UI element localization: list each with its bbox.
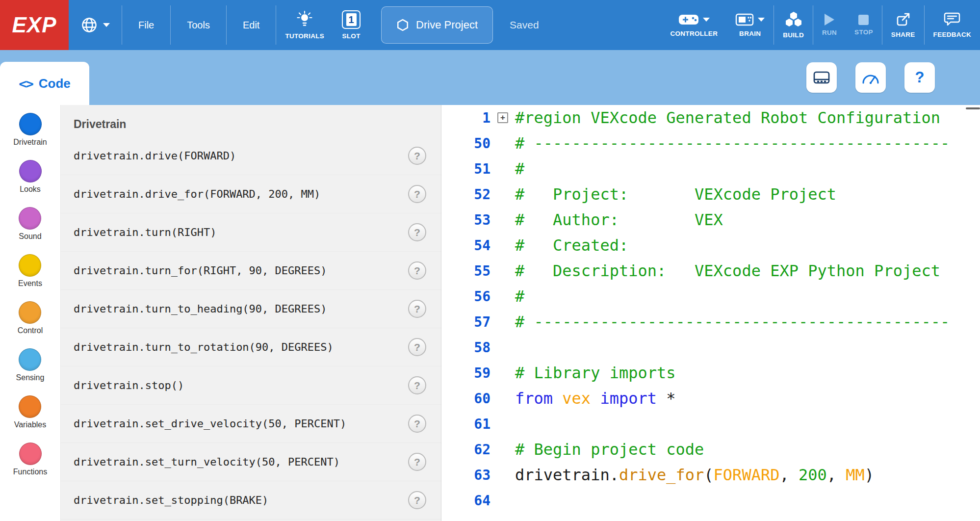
dashboard-button[interactable] <box>855 62 886 93</box>
feedback-icon <box>944 12 960 27</box>
line-number: 55 <box>441 263 490 279</box>
category-label: Sound <box>19 232 41 241</box>
brain-button[interactable]: BRAIN <box>726 0 774 50</box>
code-text: # --------------------------------------… <box>515 134 950 153</box>
slot-button[interactable]: 1 SLOT <box>333 0 369 50</box>
code-line: 56# <box>441 284 980 309</box>
command-text: drivetrain.drive(FORWARD) <box>74 150 408 162</box>
slot-icon: 1 <box>342 10 361 29</box>
device-icon <box>813 70 830 85</box>
command-text: drivetrain.drive_for(FORWARD, 200, MM) <box>74 188 408 200</box>
category-label: Variables <box>14 420 47 429</box>
sound-category-icon <box>19 207 41 230</box>
command-item[interactable]: drivetrain.set_stopping(BRAKE)? <box>61 481 441 520</box>
code-line: 54# Created: <box>441 233 980 258</box>
command-help-button[interactable]: ? <box>408 261 426 280</box>
hexagon-project-icon <box>396 19 409 31</box>
command-text: drivetrain.turn(RIGHT) <box>74 226 408 238</box>
command-item[interactable]: drivetrain.turn_for(RIGHT, 90, DEGREES)? <box>61 252 441 290</box>
gauge-icon <box>861 70 880 85</box>
code-line: 63drivetrain.drive_for(FORWARD, 200, MM) <box>441 462 980 488</box>
project-name-button[interactable]: Drive Project <box>381 6 493 44</box>
line-number: 53 <box>441 212 490 228</box>
line-number: 64 <box>441 493 490 509</box>
category-label: Drivetrain <box>13 138 47 147</box>
controller-button[interactable]: CONTROLLER <box>661 0 726 50</box>
stop-label: STOP <box>854 28 873 36</box>
line-number: 1 <box>441 110 490 126</box>
line-number: 50 <box>441 135 490 152</box>
build-icon <box>784 11 803 28</box>
question-mark-icon: ? <box>915 69 925 86</box>
help-button[interactable]: ? <box>904 62 935 93</box>
menu-tools[interactable]: Tools <box>171 0 226 50</box>
command-item[interactable]: drivetrain.turn_to_heading(90, DEGREES)? <box>61 290 441 328</box>
category-drivetrain[interactable]: Drivetrain <box>13 113 47 147</box>
category-control[interactable]: Control <box>18 301 43 335</box>
run-label: RUN <box>822 29 837 36</box>
code-text: #region VEXcode Generated Robot Configur… <box>515 108 940 127</box>
line-number: 62 <box>441 442 490 458</box>
feedback-button[interactable]: FEEDBACK <box>925 0 980 50</box>
command-help-button[interactable]: ? <box>408 376 426 394</box>
project-name: Drive Project <box>416 19 478 31</box>
share-label: SHARE <box>891 31 915 38</box>
line-number: 59 <box>441 365 490 381</box>
code-text: # Begin project code <box>515 440 704 459</box>
command-help-button[interactable]: ? <box>408 491 426 509</box>
tab-code[interactable]: <> Code <box>0 62 89 105</box>
category-variables[interactable]: Variables <box>14 395 47 429</box>
code-text: # Library imports <box>515 364 676 382</box>
command-item[interactable]: drivetrain.drive_for(FORWARD, 200, MM)? <box>61 175 441 213</box>
category-sound[interactable]: Sound <box>19 207 41 241</box>
command-help-button[interactable]: ? <box>408 300 426 318</box>
command-item[interactable]: drivetrain.turn(RIGHT)? <box>61 213 441 252</box>
main-content: DrivetrainLooksSoundEventsControlSensing… <box>0 105 980 521</box>
language-selector[interactable] <box>69 0 122 50</box>
command-item[interactable]: drivetrain.set_drive_velocity(50, PERCEN… <box>61 405 441 443</box>
menu-edit[interactable]: Edit <box>227 0 276 50</box>
category-sensing[interactable]: Sensing <box>16 348 45 382</box>
events-category-icon <box>19 254 41 277</box>
code-text: # Author: VEX <box>515 210 723 229</box>
category-looks[interactable]: Looks <box>19 160 42 194</box>
share-button[interactable]: SHARE <box>882 0 924 50</box>
command-help-button[interactable]: ? <box>408 453 426 471</box>
code-text: drivetrain.drive_for(FORWARD, 200, MM) <box>515 466 874 484</box>
category-functions[interactable]: Functions <box>13 443 47 476</box>
command-text: drivetrain.set_stopping(BRAKE) <box>74 494 408 506</box>
run-button[interactable]: RUN <box>813 0 846 50</box>
category-label: Looks <box>20 185 41 194</box>
command-help-button[interactable]: ? <box>408 415 426 433</box>
command-help-button[interactable]: ? <box>408 338 426 356</box>
category-label: Control <box>18 326 43 335</box>
build-label: BUILD <box>783 31 804 39</box>
scrollbar-thumb[interactable] <box>966 107 980 109</box>
command-help-button[interactable]: ? <box>408 223 426 241</box>
line-number: 56 <box>441 288 490 305</box>
code-text: # --------------------------------------… <box>515 313 950 331</box>
code-editor[interactable]: 1+#region VEXcode Generated Robot Config… <box>441 105 980 521</box>
topbar-spacer <box>539 0 662 50</box>
category-events[interactable]: Events <box>18 254 42 288</box>
variables-category-icon <box>19 395 41 418</box>
top-bar: EXP File Tools Edit TUTORIALS 1 SL <box>0 0 980 50</box>
tab-bar: <> Code ? <box>0 50 980 105</box>
expand-region-icon[interactable]: + <box>497 112 508 123</box>
stop-button[interactable]: STOP <box>846 0 882 50</box>
command-help-button[interactable]: ? <box>408 147 426 165</box>
menu-file[interactable]: File <box>122 0 170 50</box>
command-item[interactable]: drivetrain.drive(FORWARD)? <box>61 137 441 175</box>
device-button[interactable] <box>806 62 837 93</box>
code-line: 61 <box>441 411 980 437</box>
command-item[interactable]: drivetrain.turn_to_rotation(90, DEGREES)… <box>61 328 441 366</box>
command-text: drivetrain.turn_to_heading(90, DEGREES) <box>74 303 408 315</box>
command-item[interactable]: drivetrain.stop()? <box>61 366 441 405</box>
command-help-button[interactable]: ? <box>408 185 426 203</box>
code-line: 55# Description: VEXcode EXP Python Proj… <box>441 258 980 284</box>
build-button[interactable]: BUILD <box>774 0 813 50</box>
stop-icon <box>858 15 869 25</box>
command-item[interactable]: drivetrain.set_turn_velocity(50, PERCENT… <box>61 443 441 481</box>
exp-logo: EXP <box>0 0 69 50</box>
tutorials-button[interactable]: TUTORIALS <box>276 0 333 50</box>
